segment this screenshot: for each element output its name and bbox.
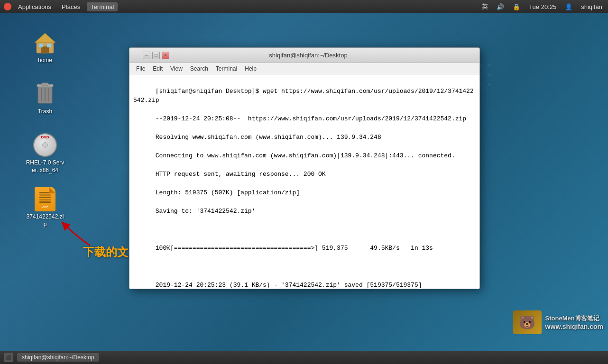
minimize-button[interactable]: ─	[143, 52, 150, 59]
taskbar-applications[interactable]: Applications	[14, 2, 55, 11]
maximize-button[interactable]: □	[152, 52, 160, 59]
desktop-icon-trash[interactable]: Trash	[24, 79, 66, 118]
trash-icon	[33, 82, 57, 106]
terminal-line-11: 2019-12-24 20:25:23 (39.1 KB/s) - '37414…	[156, 282, 422, 289]
terminal-line-3: Resolving www.shiqifan.com (www.shiqifan…	[156, 134, 381, 141]
terminal-menu-file[interactable]: File	[132, 64, 149, 73]
terminal-window: ─ □ × shiqifan@shiqifan:~/Desktop File E…	[129, 47, 480, 289]
terminal-content[interactable]: [shiqifan@shiqifan Desktop]$ wget https:…	[129, 74, 479, 289]
terminal-title: shiqifan@shiqifan:~/Desktop	[169, 52, 447, 59]
terminal-line-4: Connecting to www.shiqifan.com (www.shiq…	[156, 152, 455, 159]
taskbar-right: 英 🔊 🔒 Tue 20:25 👤 shiqifan	[480, 2, 604, 11]
taskbar-datetime: Tue 20:25	[527, 3, 558, 10]
terminal-menu-view[interactable]: View	[166, 64, 186, 73]
svg-point-8	[488, 83, 491, 86]
home-icon	[33, 30, 57, 55]
desktop-icon-dvd[interactable]: DVD RHEL-7.0 Server. x86_64	[24, 130, 66, 177]
close-button[interactable]: ×	[162, 52, 169, 59]
zipfile-icon: ZIP	[33, 187, 57, 211]
taskbar-bottom-window[interactable]: shiqifan@shiqifan:~/Desktop	[17, 353, 99, 362]
terminal-titlebar[interactable]: ─ □ × shiqifan@shiqifan:~/Desktop	[129, 48, 479, 63]
terminal-line-5: HTTP request sent, awaiting response... …	[156, 171, 326, 178]
terminal-line-6: Length: 519375 (507K) [application/zip]	[156, 189, 300, 196]
taskbar-places[interactable]: Places	[58, 2, 84, 11]
watermark: 🐻 StoneMen博客笔记 www.shiqifan.com	[513, 310, 603, 334]
terminal-menu-search[interactable]: Search	[186, 64, 212, 73]
taskbar-bottom-icon: ⬛	[4, 353, 13, 362]
desktop: home Trash DVD RHEL-7.0 Server. x86_64	[0, 13, 608, 351]
dvd-label: DVD	[41, 135, 49, 139]
taskbar-username[interactable]: shiqifan	[579, 3, 604, 10]
svg-marker-10	[35, 33, 55, 43]
terminal-menubar: File Edit View Search Terminal Help	[129, 63, 479, 74]
taskbar-network[interactable]: 🔒	[511, 3, 522, 10]
taskbar-bottom: ⬛ shiqifan@shiqifan:~/Desktop	[0, 351, 608, 364]
svg-rect-11	[41, 46, 49, 53]
terminal-menu-help[interactable]: Help	[241, 64, 260, 73]
watermark-logo: 🐻	[513, 310, 542, 334]
terminal-line-1: [shiqifan@shiqifan Desktop]$ wget https:…	[133, 88, 474, 104]
taskbar-user-icon[interactable]: 👤	[563, 3, 574, 10]
dvd-icon-label: RHEL-7.0 Server. x86_64	[26, 159, 64, 174]
dvd-icon: DVD	[33, 133, 57, 157]
svg-point-2	[488, 64, 491, 67]
svg-rect-16	[42, 83, 48, 85]
svg-rect-13	[47, 44, 51, 47]
taskbar-left: Applications Places Terminal	[4, 2, 118, 11]
terminal-line-9: 100%[===================================…	[156, 245, 433, 252]
home-icon-label: home	[38, 57, 52, 64]
desktop-icon-home[interactable]: home	[24, 27, 66, 67]
watermark-site: www.shiqifan.com	[545, 323, 603, 330]
svg-point-5	[488, 73, 491, 76]
app-icon	[4, 3, 11, 10]
taskbar-lang[interactable]: 英	[480, 2, 490, 11]
svg-rect-12	[39, 44, 43, 47]
terminal-line-7: Saving to: '3741422542.zip'	[156, 208, 256, 215]
taskbar-volume[interactable]: 🔊	[495, 3, 506, 10]
taskbar-active-window[interactable]: Terminal	[87, 2, 118, 11]
terminal-line-2: --2019-12-24 20:25:08-- https://www.shiq…	[156, 115, 466, 122]
arrow-left	[47, 212, 104, 250]
terminal-menu-terminal[interactable]: Terminal	[212, 64, 241, 73]
taskbar-top: Applications Places Terminal 英 🔊 🔒 Tue 2…	[0, 0, 608, 13]
trash-icon-label: Trash	[38, 108, 52, 116]
window-controls[interactable]: ─ □ ×	[143, 52, 169, 59]
terminal-menu-edit[interactable]: Edit	[149, 64, 166, 73]
